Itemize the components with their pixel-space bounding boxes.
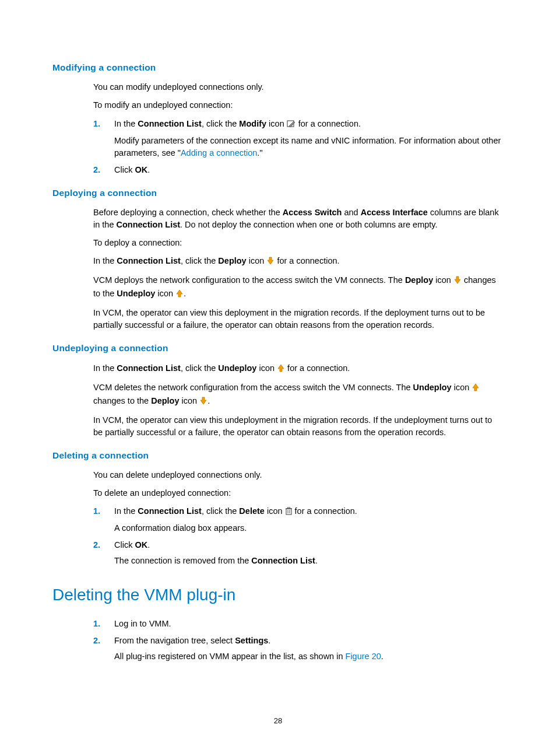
step-2: 2. Click OK. The connection is removed f… xyxy=(93,539,504,567)
text: All plug-ins registered on VMM appear in… xyxy=(114,650,504,663)
heading-deploying: Deploying a connection xyxy=(52,187,504,200)
edit-icon xyxy=(287,119,296,131)
heading-deleting-plugin: Deleting the VMM plug-in xyxy=(52,583,504,607)
undeploy-up-icon xyxy=(175,289,184,301)
deploy-down-icon xyxy=(199,396,207,408)
trash-icon xyxy=(285,506,293,519)
text: In VCM, the operator can view this deplo… xyxy=(93,307,504,331)
deploy-down-icon xyxy=(266,256,275,268)
section-deleting: Deleting a connection You can delete und… xyxy=(52,449,504,568)
section-deploying: Deploying a connection Before deploying … xyxy=(52,187,504,332)
text: In the Connection List, click the Undepl… xyxy=(93,362,504,376)
steps-modifying: 1. In the Connection List, click the Mod… xyxy=(93,118,504,176)
heading-modifying: Modifying a connection xyxy=(52,61,504,74)
text: In VCM, the operator can view this undep… xyxy=(93,414,504,439)
link-figure-20[interactable]: Figure 20 xyxy=(346,652,381,661)
text: In the Connection List, click the Delete… xyxy=(114,506,357,516)
text: VCM deletes the network configuration fr… xyxy=(93,382,504,408)
step-2: 2. Click OK. xyxy=(93,164,504,176)
section-deleting-plugin: Deleting the VMM plug-in 1. Log in to VM… xyxy=(52,583,504,663)
text: Log in to VMM. xyxy=(114,619,171,628)
deploy-down-icon xyxy=(453,275,462,288)
svg-rect-5 xyxy=(287,508,290,509)
step-number: 1. xyxy=(93,118,100,130)
text: VCM deploys the network configuration to… xyxy=(93,274,504,301)
step-number: 1. xyxy=(93,618,100,630)
text: In the Connection List, click the Modify… xyxy=(114,119,361,128)
text: A conformation dialog box appears. xyxy=(114,522,504,534)
page-number: 28 xyxy=(0,716,556,727)
text: You can modify undeployed connections on… xyxy=(93,81,504,93)
text: Modify parameters of the connection exce… xyxy=(114,135,504,159)
link-adding-connection[interactable]: Adding a connection xyxy=(181,148,257,158)
text: You can delete undeployed connections on… xyxy=(93,469,504,481)
text: From the navigation tree, select Setting… xyxy=(114,636,270,645)
step-number: 2. xyxy=(93,539,100,551)
text: The connection is removed from the Conne… xyxy=(114,555,504,567)
text: In the Connection List, click the Deploy… xyxy=(93,255,504,268)
step-number: 2. xyxy=(93,164,100,176)
text: Click OK. xyxy=(114,165,150,174)
steps-deleting-plugin: 1. Log in to VMM. 2. From the navigation… xyxy=(93,618,504,663)
heading-undeploying: Undeploying a connection xyxy=(52,342,504,355)
body-deleting: You can delete undeployed connections on… xyxy=(93,469,504,499)
text: To deploy a connection: xyxy=(93,237,504,249)
text: Before deploying a connection, check whe… xyxy=(93,206,504,231)
svg-rect-1 xyxy=(286,509,291,514)
heading-deleting: Deleting a connection xyxy=(52,449,504,462)
text: Click OK. xyxy=(114,540,150,550)
body-modifying: You can modify undeployed connections on… xyxy=(93,81,504,111)
step-2: 2. From the navigation tree, select Sett… xyxy=(93,635,504,663)
step-number: 2. xyxy=(93,635,100,647)
step-number: 1. xyxy=(93,505,100,517)
undeploy-up-icon xyxy=(277,363,285,376)
steps-deleting: 1. In the Connection List, click the Del… xyxy=(93,505,504,567)
step-1: 1. Log in to VMM. xyxy=(93,618,504,630)
body-deploying: Before deploying a connection, check whe… xyxy=(93,206,504,331)
step-1: 1. In the Connection List, click the Del… xyxy=(93,505,504,534)
document-page: Modifying a connection You can modify un… xyxy=(0,0,556,756)
section-modifying: Modifying a connection You can modify un… xyxy=(52,61,504,176)
text: To delete an undeployed connection: xyxy=(93,487,504,499)
text: To modify an undeployed connection: xyxy=(93,99,504,111)
section-undeploying: Undeploying a connection In the Connecti… xyxy=(52,342,504,439)
body-undeploying: In the Connection List, click the Undepl… xyxy=(93,362,504,439)
undeploy-up-icon xyxy=(471,383,480,395)
step-1: 1. In the Connection List, click the Mod… xyxy=(93,118,504,159)
